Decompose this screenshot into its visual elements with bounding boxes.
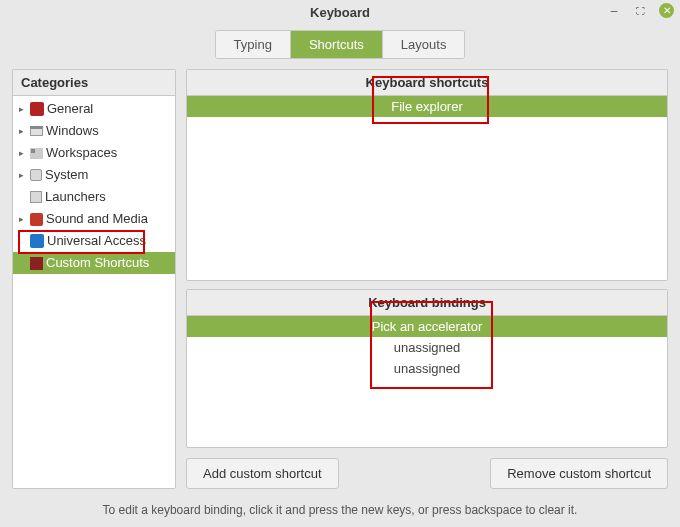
tab-typing[interactable]: Typing <box>216 31 291 58</box>
sidebar-item-sound[interactable]: ▸Sound and Media <box>13 208 175 230</box>
sidebar-item-workspaces[interactable]: ▸Workspaces <box>13 142 175 164</box>
shortcuts-list: File explorer <box>187 96 667 280</box>
bindings-list: Pick an accelerator unassigned unassigne… <box>187 316 667 447</box>
right-column: Keyboard shortcuts File explorer Keyboar… <box>186 69 668 489</box>
sidebar-item-label: Launchers <box>45 188 106 206</box>
close-button[interactable]: ✕ <box>659 3 674 18</box>
shortcut-row[interactable]: File explorer <box>187 96 667 117</box>
keyboard-shortcuts-panel: Keyboard shortcuts File explorer <box>186 69 668 281</box>
sidebar-item-windows[interactable]: ▸Windows <box>13 120 175 142</box>
sidebar-item-label: Windows <box>46 122 99 140</box>
sidebar-item-custom-shortcuts[interactable]: Custom Shortcuts <box>13 252 175 274</box>
keyboard-shortcuts-header: Keyboard shortcuts <box>187 70 667 96</box>
main-area: Categories ▸General ▸Windows ▸Workspaces… <box>0 69 680 497</box>
tab-layouts[interactable]: Layouts <box>383 31 465 58</box>
sidebar-item-launchers[interactable]: Launchers <box>13 186 175 208</box>
tab-shortcuts[interactable]: Shortcuts <box>291 31 383 58</box>
windows-icon <box>30 126 43 136</box>
maximize-button[interactable]: ⛶ <box>633 4 647 18</box>
sidebar-item-general[interactable]: ▸General <box>13 98 175 120</box>
sidebar-item-label: System <box>45 166 88 184</box>
binding-row[interactable]: unassigned <box>187 358 667 379</box>
categories-header: Categories <box>13 70 175 96</box>
keyboard-bindings-header: Keyboard bindings <box>187 290 667 316</box>
keyboard-settings-window: Keyboard – ⛶ ✕ Typing Shortcuts Layouts … <box>0 0 680 527</box>
sidebar-item-label: Workspaces <box>46 144 117 162</box>
add-custom-shortcut-button[interactable]: Add custom shortcut <box>186 458 339 489</box>
tab-bar: Typing Shortcuts Layouts <box>0 24 680 69</box>
sidebar-item-label: Universal Access <box>47 232 146 250</box>
titlebar: Keyboard – ⛶ ✕ <box>0 0 680 24</box>
sound-icon <box>30 213 43 226</box>
categories-panel: Categories ▸General ▸Windows ▸Workspaces… <box>12 69 176 489</box>
workspaces-icon <box>30 148 43 159</box>
remove-custom-shortcut-button[interactable]: Remove custom shortcut <box>490 458 668 489</box>
custom-icon <box>30 257 43 270</box>
sidebar-item-label: General <box>47 100 93 118</box>
accessibility-icon <box>30 234 44 248</box>
footer-hint: To edit a keyboard binding, click it and… <box>0 497 680 527</box>
binding-row[interactable]: unassigned <box>187 337 667 358</box>
categories-tree: ▸General ▸Windows ▸Workspaces ▸System La… <box>13 96 175 488</box>
general-icon <box>30 102 44 116</box>
window-title: Keyboard <box>310 5 370 20</box>
sidebar-item-system[interactable]: ▸System <box>13 164 175 186</box>
keyboard-bindings-panel: Keyboard bindings Pick an accelerator un… <box>186 289 668 448</box>
binding-row[interactable]: Pick an accelerator <box>187 316 667 337</box>
minimize-button[interactable]: – <box>607 4 621 18</box>
window-controls: – ⛶ ✕ <box>607 3 674 18</box>
system-icon <box>30 169 42 181</box>
sidebar-item-label: Sound and Media <box>46 210 148 228</box>
sidebar-item-universal-access[interactable]: Universal Access <box>13 230 175 252</box>
buttons-row: Add custom shortcut Remove custom shortc… <box>186 456 668 489</box>
launchers-icon <box>30 191 42 203</box>
sidebar-item-label: Custom Shortcuts <box>46 254 149 272</box>
